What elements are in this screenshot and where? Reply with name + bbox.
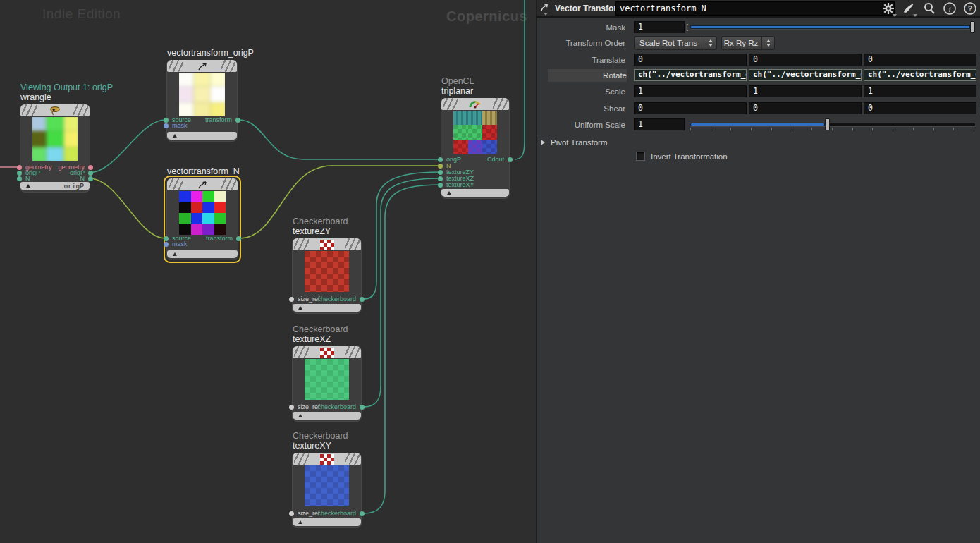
input-port-textureZY[interactable] — [438, 170, 443, 175]
output-port-transform[interactable] — [235, 118, 240, 123]
footer-menu-icon[interactable] — [173, 134, 177, 138]
search-icon[interactable] — [922, 1, 936, 16]
node-textureZY[interactable]: CheckerboardtextureZYsize_refcheckerboar… — [292, 238, 362, 314]
output-port-checkerboard[interactable] — [360, 405, 365, 410]
wire-Cdout-up[interactable] — [515, 0, 525, 159]
footer-menu-icon[interactable] — [298, 414, 302, 417]
shear-z-field[interactable]: 0 — [864, 102, 976, 114]
wire-textureXY[interactable] — [364, 185, 439, 513]
node-title: vectortransform_N — [167, 166, 240, 176]
node-textureXZ[interactable]: CheckerboardtextureXZsize_refcheckerboar… — [292, 346, 362, 422]
node-thumbnail — [32, 117, 78, 161]
translate-x-field[interactable]: 0 — [634, 54, 747, 66]
input-port-N[interactable] — [17, 176, 22, 181]
input-port-origP[interactable] — [17, 171, 22, 176]
rotate-order-select[interactable]: Rx Ry Rz — [721, 36, 775, 50]
slider-handle[interactable] — [825, 118, 830, 130]
gear-icon[interactable] — [881, 1, 895, 16]
input-port-size_ref[interactable] — [289, 405, 294, 410]
node-thumbnail — [305, 465, 349, 506]
node-header-bar[interactable] — [20, 104, 90, 116]
shear-y-field[interactable]: 0 — [749, 102, 862, 114]
mask-field[interactable]: 1 — [634, 21, 685, 33]
input-port-label: mask — [172, 122, 188, 129]
node-wrangle[interactable]: Viewing Output 1: origPwranglegeometryor… — [20, 104, 90, 193]
network-editor[interactable]: Indie Edition Copernicus Viewing Output … — [0, 0, 536, 543]
footer-menu-icon[interactable] — [26, 184, 30, 188]
node-footer-bar[interactable] — [293, 304, 361, 312]
output-port-N[interactable] — [88, 176, 93, 181]
vector-transform-node-icon[interactable] — [539, 2, 550, 13]
node-header-bar[interactable] — [293, 346, 361, 358]
input-port-origP[interactable] — [438, 157, 443, 162]
input-port-label: size_ref — [298, 403, 320, 410]
translate-y-field[interactable]: 0 — [749, 54, 862, 66]
help-icon[interactable]: ? — [963, 1, 977, 16]
node-type-title: Vector Transform — [555, 4, 625, 13]
uniform-scale-field[interactable]: 1 — [634, 118, 685, 130]
node-header-bar[interactable] — [441, 98, 509, 110]
node-header-bar[interactable] — [293, 238, 361, 250]
invert-transformation-checkbox[interactable] — [636, 152, 645, 161]
input-port-label: N — [25, 175, 30, 182]
input-port-source[interactable] — [164, 118, 169, 123]
node-footer-bar[interactable]: origP — [20, 182, 90, 190]
output-port-transform[interactable] — [236, 236, 241, 241]
node-triplanar[interactable]: OpenCLtriplanarorigPNtextureZYtextureXZt… — [441, 98, 510, 199]
node-footer-bar[interactable] — [441, 189, 509, 197]
wire-vtorigP-to-triplanar[interactable] — [239, 120, 439, 159]
pivot-transform-expand-icon[interactable] — [541, 140, 545, 145]
rotate-y-field[interactable]: ch("../vectortransform_o — [749, 69, 862, 81]
footer-menu-icon[interactable] — [298, 520, 302, 524]
rotate-z-field[interactable]: ch("../vectortransform_o — [864, 69, 976, 81]
node-footer-bar[interactable] — [167, 250, 238, 258]
node-textureXY[interactable]: CheckerboardtextureXYsize_refcheckerboar… — [292, 453, 362, 528]
slider-handle[interactable] — [970, 21, 975, 33]
output-port-checkerboard[interactable] — [360, 511, 365, 516]
footer-menu-icon[interactable] — [298, 306, 302, 310]
translate-z-field[interactable]: 0 — [864, 54, 976, 66]
input-port-N[interactable] — [438, 164, 443, 169]
input-port-textureXY[interactable] — [438, 183, 443, 188]
node-footer-bar[interactable] — [293, 518, 361, 526]
rotate-x-field[interactable]: ch("../vectortransform_o — [634, 69, 747, 81]
spinner[interactable] — [704, 37, 716, 49]
mask-slider[interactable]: [ — [690, 21, 975, 33]
scale-x-field[interactable]: 1 — [634, 85, 747, 97]
node-footer-bar[interactable] — [293, 412, 361, 420]
spinner[interactable] — [761, 37, 774, 49]
output-port-Cdout[interactable] — [508, 157, 513, 162]
node-name-input[interactable]: vectortransform_N — [615, 1, 895, 16]
uniform-scale-slider[interactable] — [690, 118, 975, 130]
input-port-source[interactable] — [164, 236, 169, 241]
info-icon[interactable]: i — [943, 1, 957, 16]
node-vectortransform_origP[interactable]: vectortransform_origPsourcemasktransform — [166, 60, 238, 142]
shear-x-field[interactable]: 0 — [634, 102, 747, 114]
input-port-mask[interactable] — [164, 242, 169, 247]
node-header-bar[interactable] — [167, 60, 237, 72]
varrow-icon — [195, 61, 209, 71]
wire-N-to-vtN[interactable] — [90, 178, 165, 238]
output-port-origP[interactable] — [88, 171, 93, 176]
node-vectortransform_N[interactable]: vectortransform_Nsourcemasktransform — [166, 178, 238, 260]
node-header-bar[interactable] — [167, 178, 238, 190]
node-footer-bar[interactable] — [167, 132, 237, 140]
wire-origP-to-vtorigP[interactable] — [90, 120, 165, 173]
transform-order-select[interactable]: Scale Rot Trans — [634, 36, 717, 50]
wire-textureZY[interactable] — [364, 172, 439, 299]
input-port-mask[interactable] — [164, 123, 169, 128]
input-port-geometry[interactable] — [17, 165, 22, 170]
brush-icon[interactable] — [902, 1, 916, 16]
footer-menu-icon[interactable] — [173, 252, 177, 256]
input-port-size_ref[interactable] — [289, 511, 294, 516]
input-port-label: size_ref — [298, 295, 320, 303]
input-port-textureXZ[interactable] — [438, 176, 443, 181]
output-port-geometry[interactable] — [88, 165, 93, 170]
pivot-transform-group-label[interactable]: Pivot Transform — [551, 136, 608, 149]
node-header-bar[interactable] — [293, 453, 361, 465]
scale-y-field[interactable]: 1 — [749, 85, 862, 97]
scale-z-field[interactable]: 1 — [864, 85, 976, 97]
output-port-checkerboard[interactable] — [360, 297, 365, 302]
input-port-size_ref[interactable] — [289, 297, 294, 302]
footer-menu-icon[interactable] — [447, 191, 451, 195]
